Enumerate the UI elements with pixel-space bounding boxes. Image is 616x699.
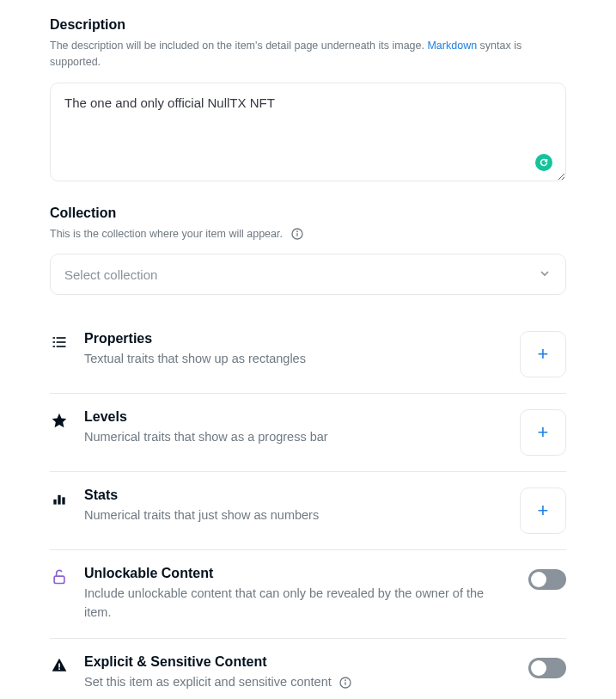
properties-desc: Textual traits that show up as rectangle… [84, 350, 504, 369]
list-icon [50, 333, 69, 352]
description-title: Description [50, 17, 566, 33]
unlockable-content: Unlockable Content Include unlockable co… [84, 566, 513, 622]
svg-rect-4 [57, 337, 66, 339]
description-section: Description The description will be incl… [50, 17, 566, 185]
description-subtitle: The description will be included on the … [50, 38, 566, 71]
stats-title: Stats [84, 487, 504, 503]
svg-marker-9 [52, 414, 67, 428]
levels-content: Levels Numerical traits that show as a p… [84, 409, 504, 447]
description-textarea-wrap [50, 83, 566, 185]
properties-row: Properties Textual traits that show up a… [50, 316, 566, 394]
explicit-row: Explicit & Sensitive Content Set this it… [50, 639, 566, 699]
collection-section: Collection This is the collection where … [50, 205, 566, 296]
add-levels-button[interactable]: + [520, 409, 566, 456]
lock-open-icon [50, 567, 69, 586]
collection-title: Collection [50, 205, 566, 221]
explicit-desc-text: Set this item as explicit and sensitive … [84, 675, 332, 689]
explicit-title: Explicit & Sensitive Content [84, 654, 513, 670]
svg-rect-14 [58, 663, 60, 667]
unlockable-desc: Include unlockable content that can only… [84, 585, 513, 622]
warning-icon [50, 656, 69, 675]
unlockable-row: Unlockable Content Include unlockable co… [50, 550, 566, 639]
unlockable-title: Unlockable Content [84, 566, 513, 581]
grammarly-icon[interactable] [535, 154, 552, 171]
stats-row: Stats Numerical traits that just show as… [50, 472, 566, 550]
levels-desc: Numerical traits that show as a progress… [84, 428, 504, 447]
markdown-link[interactable]: Markdown [427, 40, 477, 52]
svg-rect-11 [58, 495, 60, 505]
svg-rect-10 [53, 500, 56, 505]
bar-chart-icon [50, 489, 69, 508]
plus-icon: + [538, 500, 549, 522]
collection-select[interactable]: Select collection [50, 254, 566, 295]
plus-icon: + [538, 421, 549, 444]
collection-placeholder: Select collection [64, 267, 157, 282]
stats-content: Stats Numerical traits that just show as… [84, 487, 504, 525]
properties-content: Properties Textual traits that show up a… [84, 331, 504, 369]
star-icon [50, 411, 69, 430]
description-input[interactable] [50, 83, 566, 181]
info-icon[interactable] [338, 676, 352, 690]
add-properties-button[interactable]: + [520, 331, 566, 377]
svg-rect-12 [62, 498, 64, 505]
properties-title: Properties [84, 331, 504, 346]
svg-rect-13 [54, 576, 64, 583]
explicit-content: Explicit & Sensitive Content Set this it… [84, 654, 513, 692]
collection-subtitle-text: This is the collection where your item w… [50, 228, 283, 240]
svg-rect-7 [53, 346, 56, 347]
collection-subtitle: This is the collection where your item w… [50, 226, 566, 242]
svg-rect-6 [57, 341, 66, 343]
svg-point-2 [297, 231, 298, 232]
plus-icon: + [538, 343, 549, 365]
svg-point-18 [345, 680, 345, 681]
stats-desc: Numerical traits that just show as numbe… [84, 506, 504, 525]
unlockable-toggle[interactable] [528, 569, 566, 590]
svg-rect-5 [53, 341, 56, 343]
explicit-desc: Set this item as explicit and sensitive … [84, 673, 513, 692]
explicit-toggle[interactable] [528, 658, 566, 678]
collection-select-wrap: Select collection [50, 254, 566, 295]
info-icon[interactable] [290, 227, 304, 241]
svg-rect-8 [57, 346, 66, 347]
levels-row: Levels Numerical traits that show as a p… [50, 394, 566, 472]
chevron-down-icon [538, 267, 552, 283]
desc-subtitle-prefix: The description will be included on the … [50, 40, 427, 52]
levels-title: Levels [84, 409, 504, 425]
svg-rect-3 [53, 337, 56, 339]
svg-rect-15 [58, 668, 60, 670]
add-stats-button[interactable]: + [520, 487, 566, 534]
